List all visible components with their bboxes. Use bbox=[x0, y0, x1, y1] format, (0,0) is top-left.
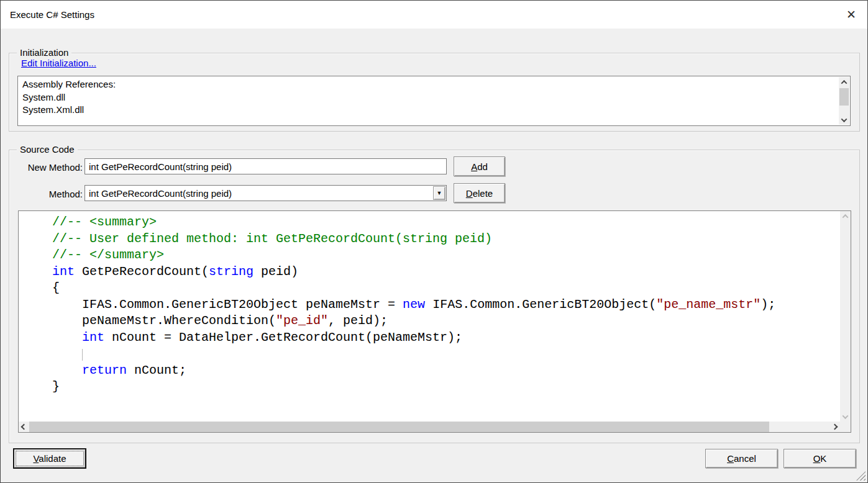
resize-grip[interactable] bbox=[856, 471, 866, 481]
source-code-group: Source Code New Method: Add Method: int … bbox=[9, 150, 860, 443]
delete-button[interactable]: Delete bbox=[454, 183, 505, 203]
assembly-list: Assembly References:System.dllSystem.Xml… bbox=[22, 78, 835, 117]
chevron-down-icon bbox=[843, 413, 849, 419]
code-line: int GetPeRecordCount(string peid) bbox=[22, 264, 840, 281]
code-line: //-- <summary> bbox=[22, 214, 840, 231]
hscroll-left-button[interactable] bbox=[19, 422, 29, 432]
chevron-left-icon bbox=[21, 424, 27, 430]
code-editor-content[interactable]: //-- <summary> //-- User defined method:… bbox=[19, 211, 840, 422]
hscroll-thumb[interactable] bbox=[29, 422, 769, 432]
combobox-dropdown-button[interactable]: ▼ bbox=[433, 186, 445, 200]
assembly-line: System.Xml.dll bbox=[22, 104, 835, 117]
scroll-up-button[interactable] bbox=[839, 77, 849, 87]
code-scroll-down-button[interactable] bbox=[840, 412, 851, 422]
code-line: peNameMstr.WhereCondition("pe_id", peid)… bbox=[22, 313, 840, 330]
code-vscrollbar[interactable] bbox=[840, 211, 851, 422]
method-label: Method: bbox=[11, 189, 83, 199]
validate-button[interactable]: Validate bbox=[13, 448, 86, 469]
init-vscrollbar[interactable] bbox=[839, 77, 849, 125]
ok-button-label: OK bbox=[813, 453, 827, 464]
cancel-button-label: Cancel bbox=[727, 453, 756, 464]
scroll-down-button[interactable] bbox=[839, 115, 849, 125]
text-caret bbox=[82, 349, 83, 361]
add-button[interactable]: Add bbox=[454, 156, 505, 176]
chevron-up-icon bbox=[841, 79, 847, 86]
window-title: Execute C# Settings bbox=[10, 1, 94, 29]
add-button-label: Add bbox=[471, 161, 488, 172]
initialization-group: Initialization Edit Initialization... As… bbox=[9, 53, 860, 132]
assembly-line: System.dll bbox=[22, 91, 835, 104]
code-line: return nCount; bbox=[22, 363, 840, 379]
code-editor: //-- <summary> //-- User defined method:… bbox=[18, 210, 851, 433]
new-method-label: New Method: bbox=[11, 162, 83, 173]
dialog-execute-csharp-settings: Execute C# Settings ✕ Initialization Edi… bbox=[0, 0, 868, 483]
method-combobox-value: int GetPeRecordCount(string peid) bbox=[85, 188, 432, 199]
hscroll-right-button[interactable] bbox=[829, 422, 840, 432]
scrollbar-corner bbox=[840, 422, 851, 432]
cancel-button[interactable]: Cancel bbox=[705, 449, 778, 468]
code-scroll-up-button[interactable] bbox=[840, 211, 851, 221]
source-code-group-label: Source Code bbox=[17, 144, 78, 155]
code-line: int nCount = DataHelper.GetRecordCount(p… bbox=[22, 330, 840, 346]
initialization-group-label: Initialization bbox=[17, 47, 71, 58]
code-hscrollbar[interactable] bbox=[19, 422, 840, 432]
method-combobox[interactable]: int GetPeRecordCount(string peid) ▼ bbox=[85, 185, 447, 201]
dialog-body: Initialization Edit Initialization... As… bbox=[1, 29, 867, 482]
chevron-down-icon bbox=[841, 116, 847, 122]
title-bar[interactable]: Execute C# Settings ✕ bbox=[1, 1, 867, 29]
close-button[interactable]: ✕ bbox=[841, 6, 861, 24]
close-icon: ✕ bbox=[846, 8, 856, 21]
code-line: //-- </summary> bbox=[22, 247, 840, 264]
ok-button[interactable]: OK bbox=[783, 449, 856, 468]
edit-initialization-link[interactable]: Edit Initialization... bbox=[21, 58, 96, 68]
init-scroll-thumb[interactable] bbox=[839, 88, 849, 106]
assembly-line: Assembly References: bbox=[22, 78, 835, 91]
code-line bbox=[22, 346, 840, 363]
code-line: IFAS.Common.GenericBT20Object peNameMstr… bbox=[22, 297, 840, 314]
dropdown-arrow-icon: ▼ bbox=[437, 190, 442, 196]
chevron-right-icon bbox=[832, 424, 838, 430]
validate-button-label: Validate bbox=[33, 453, 66, 464]
code-line: { bbox=[22, 280, 840, 297]
assembly-references-box[interactable]: Assembly References:System.dllSystem.Xml… bbox=[17, 76, 851, 126]
delete-button-label: Delete bbox=[466, 188, 493, 199]
new-method-input[interactable] bbox=[85, 158, 447, 174]
code-line: } bbox=[22, 379, 840, 395]
chevron-up-icon bbox=[843, 214, 849, 220]
hscroll-track[interactable] bbox=[29, 422, 829, 432]
code-line: //-- User defined method: int GetPeRecor… bbox=[22, 231, 840, 248]
